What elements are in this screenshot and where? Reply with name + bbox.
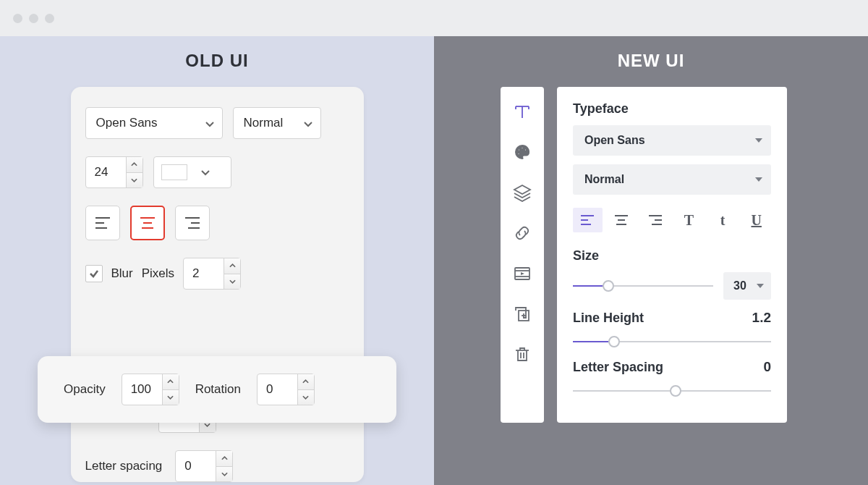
align-center-button[interactable] [130,206,165,240]
opacity-value: 100 [122,374,163,405]
chevron-down-icon [200,167,210,177]
step-up-icon[interactable] [298,374,314,390]
weight-select-value: Normal [244,116,284,130]
uppercase-button[interactable]: T [674,208,704,232]
align-right-button[interactable] [175,206,210,240]
font-size-value: 24 [86,157,127,187]
align-center-button[interactable] [607,208,637,232]
font-select-value: Open Sans [96,116,158,130]
step-down-icon[interactable] [298,390,314,405]
size-value-select[interactable]: 30 [723,272,771,300]
link-icon[interactable] [505,216,540,250]
old-panel: Open Sans Normal 24 [71,87,364,482]
size-label: Size [573,248,771,263]
underline-button[interactable]: U [741,208,771,232]
caret-down-icon [755,177,762,182]
type-icon[interactable] [505,94,540,129]
svg-point-13 [518,149,520,151]
step-up-icon[interactable] [127,157,142,173]
typeface-label: Typeface [573,101,771,117]
letter-spacing-value: 0 [763,359,771,375]
blur-checkbox[interactable] [85,265,103,282]
svg-point-16 [518,153,520,155]
layers-icon[interactable] [505,175,540,210]
step-up-icon[interactable] [216,451,232,467]
trash-icon[interactable] [505,337,540,372]
align-right-button[interactable] [640,208,670,232]
new-header: NEW UI [434,51,868,71]
step-up-icon[interactable] [224,258,240,274]
window-dot [13,14,22,23]
new-ui-pane: NEW UI [434,36,868,485]
step-up-icon[interactable] [163,374,179,390]
window-dot [45,14,54,23]
step-down-icon[interactable] [224,274,240,290]
browser-titlebar [0,0,868,36]
float-card: Opacity 100 Rotation 0 [38,356,396,423]
letter-spacing-label: Letter spacing [85,459,163,473]
letter-spacing-label: Letter Spacing [573,360,663,375]
opacity-label: Opacity [64,382,106,397]
weight-select-value: Normal [584,173,624,186]
line-height-value: 1.2 [752,310,771,326]
step-down-icon[interactable] [216,467,232,482]
svg-marker-17 [514,185,530,194]
size-slider[interactable] [573,279,713,293]
align-left-button[interactable] [85,206,120,240]
font-size-stepper[interactable]: 24 [85,156,143,188]
font-select[interactable]: Open Sans [573,125,771,156]
sidebar [501,87,544,423]
chevron-down-icon [205,118,215,128]
palette-icon[interactable] [505,135,540,169]
size-value: 30 [733,279,746,292]
blur-label: Blur [111,266,133,281]
color-select[interactable] [153,156,231,188]
caret-down-icon [755,138,762,143]
duplicate-icon[interactable] [505,297,540,332]
letter-spacing-value: 0 [176,451,216,481]
svg-point-14 [522,147,524,149]
blur-pixels-value: 2 [184,258,224,289]
old-ui-pane: OLD UI Open Sans Normal 24 [0,36,434,485]
old-header: OLD UI [0,51,434,71]
weight-select[interactable]: Normal [233,107,321,139]
line-height-slider[interactable] [573,334,771,349]
pixels-label: Pixels [142,266,174,281]
caret-down-icon [757,284,764,288]
align-left-button[interactable] [573,208,603,232]
opacity-stepper[interactable]: 100 [122,374,179,405]
letter-spacing-slider[interactable] [573,384,771,398]
new-panel: Typeface Open Sans Normal T t U [557,87,787,423]
window-dot [29,14,38,23]
step-down-icon[interactable] [163,390,179,405]
weight-select[interactable]: Normal [573,164,771,195]
font-select[interactable]: Open Sans [85,107,223,139]
video-icon[interactable] [505,256,540,291]
svg-marker-21 [521,272,524,275]
svg-point-15 [524,149,527,151]
letter-spacing-stepper[interactable]: 0 [175,450,233,482]
chevron-down-icon [303,118,313,128]
line-height-label: Line Height [573,311,644,326]
step-down-icon[interactable] [127,173,142,188]
rotation-label: Rotation [195,382,241,397]
rotation-stepper[interactable]: 0 [257,374,315,405]
lowercase-button[interactable]: t [708,208,738,232]
rotation-value: 0 [258,374,298,405]
color-swatch [161,164,187,180]
font-select-value: Open Sans [584,134,645,147]
blur-pixels-stepper[interactable]: 2 [183,258,241,290]
